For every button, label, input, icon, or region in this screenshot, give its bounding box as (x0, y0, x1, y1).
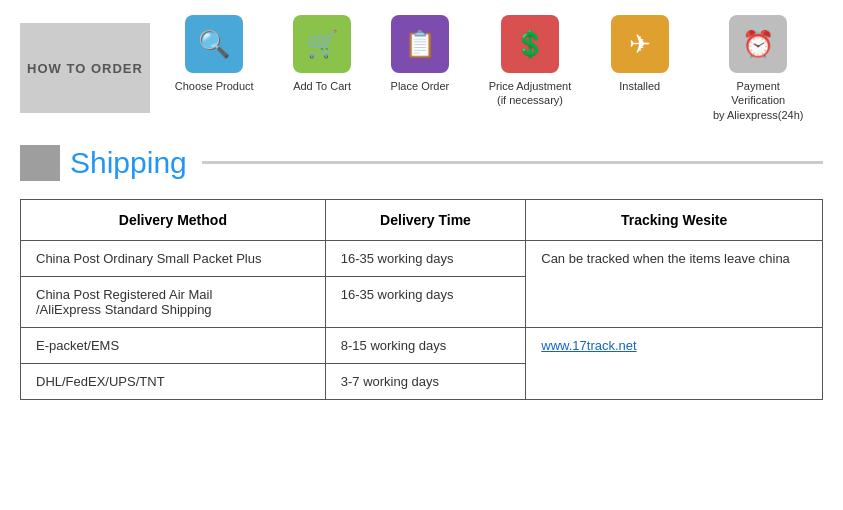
col-header-tracking: Tracking Wesite (526, 199, 823, 240)
shipping-title: Shipping (70, 146, 187, 180)
payment-verification-label: Payment Verificationby Aliexpress(24h) (708, 79, 808, 122)
step-payment-verification: ⏰ Payment Verificationby Aliexpress(24h) (708, 15, 808, 122)
col-header-time: Delivery Time (325, 199, 526, 240)
method-cell: E-packet/EMS (21, 327, 326, 363)
step-installed: ✈ Installed (611, 15, 669, 93)
choose-product-icon: 🔍 (185, 15, 243, 73)
table-row: E-packet/EMS 8-15 working days www.17tra… (21, 327, 823, 363)
how-to-order-label: HOW TO ORDER (20, 23, 150, 113)
col-header-method: Delivery Method (21, 199, 326, 240)
method-cell: China Post Ordinary Small Packet Plus (21, 240, 326, 276)
time-cell: 16-35 working days (325, 240, 526, 276)
steps-container: 🔍 Choose Product 🛒 Add To Cart 📋 Place O… (160, 15, 823, 122)
shipping-table-wrapper: Delivery Method Delivery Time Tracking W… (0, 199, 843, 420)
payment-verification-icon: ⏰ (729, 15, 787, 73)
how-to-order-section: HOW TO ORDER 🔍 Choose Product 🛒 Add To C… (0, 0, 843, 137)
installed-label: Installed (619, 79, 660, 93)
time-cell: 3-7 working days (325, 363, 526, 399)
step-choose-product: 🔍 Choose Product (175, 15, 254, 93)
table-header-row: Delivery Method Delivery Time Tracking W… (21, 199, 823, 240)
add-to-cart-icon: 🛒 (293, 15, 351, 73)
table-row: China Post Ordinary Small Packet Plus 16… (21, 240, 823, 276)
method-cell: China Post Registered Air Mail/AliExpres… (21, 276, 326, 327)
step-add-to-cart: 🛒 Add To Cart (293, 15, 351, 93)
method-cell: DHL/FedEX/UPS/TNT (21, 363, 326, 399)
shipping-bar-decoration (20, 145, 60, 181)
shipping-line-decoration (202, 161, 823, 164)
price-adjustment-icon: 💲 (501, 15, 559, 73)
tracking-link-cell: www.17track.net (526, 327, 823, 399)
shipping-section: Shipping (0, 137, 843, 189)
tracking-link[interactable]: www.17track.net (541, 338, 636, 353)
choose-product-label: Choose Product (175, 79, 254, 93)
place-order-label: Place Order (391, 79, 450, 93)
time-cell: 16-35 working days (325, 276, 526, 327)
place-order-icon: 📋 (391, 15, 449, 73)
price-adjustment-label: Price Adjustment(if necessary) (489, 79, 572, 108)
how-to-order-text: HOW TO ORDER (27, 61, 143, 76)
time-cell: 8-15 working days (325, 327, 526, 363)
step-price-adjustment: 💲 Price Adjustment(if necessary) (489, 15, 572, 108)
tracking-cell: Can be tracked when the items leave chin… (526, 240, 823, 327)
step-place-order: 📋 Place Order (391, 15, 450, 93)
shipping-table: Delivery Method Delivery Time Tracking W… (20, 199, 823, 400)
add-to-cart-label: Add To Cart (293, 79, 351, 93)
installed-icon: ✈ (611, 15, 669, 73)
